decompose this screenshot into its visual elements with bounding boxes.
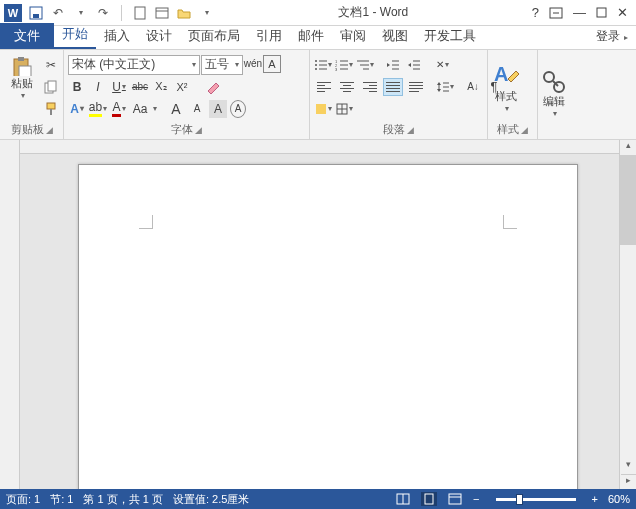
multilevel-list-icon[interactable]: ▾ [356,56,374,74]
print-layout-icon[interactable] [421,492,437,506]
paragraph-label: 段落 [383,122,405,137]
bullets-icon[interactable]: ▾ [314,56,332,74]
paste-button[interactable]: 粘贴 ▾ [4,56,40,100]
minimize-icon[interactable]: — [573,5,586,20]
web-layout-icon[interactable] [447,492,463,506]
sort-icon[interactable]: A↓ [464,78,482,96]
borders-icon[interactable]: ▾ [335,100,353,118]
ribbon-display-icon[interactable] [549,7,563,19]
numbering-icon[interactable]: 123▾ [335,56,353,74]
zoom-slider[interactable] [496,498,576,501]
vertical-ruler[interactable] [0,140,20,489]
strikethrough-button[interactable]: abc [131,78,149,96]
maximize-icon[interactable] [596,7,607,18]
text-effects-icon[interactable]: A▾ [68,100,86,118]
asian-layout-icon[interactable]: ✕▾ [433,56,451,74]
undo-dropdown-icon[interactable]: ▾ [73,5,89,21]
svg-rect-13 [47,103,55,109]
align-distributed-button[interactable] [406,78,426,96]
underline-button[interactable]: U▾ [110,78,128,96]
font-launcher-icon[interactable]: ◢ [195,125,202,135]
subscript-button[interactable]: X₂ [152,78,170,96]
qat-customize-icon[interactable]: ▾ [199,5,215,21]
styles-button[interactable]: A 样式 ▾ [492,61,520,113]
character-border-icon[interactable]: A [263,55,281,73]
new-doc-icon[interactable] [132,5,148,21]
tab-home[interactable]: 开始 [54,21,96,49]
character-shading-icon[interactable]: A [209,100,227,118]
undo-icon[interactable]: ↶ [50,5,66,21]
font-size-select[interactable]: 五号▾ [201,55,243,75]
align-left-button[interactable] [314,78,334,96]
scroll-up-icon[interactable]: ▴ [621,140,636,155]
align-center-button[interactable] [337,78,357,96]
status-section[interactable]: 节: 1 [50,492,73,507]
editing-button[interactable]: 编辑 ▾ [542,70,566,118]
scroll-down-icon[interactable]: ▾ [621,459,636,474]
tab-view[interactable]: 视图 [374,23,416,49]
help-icon[interactable]: ? [532,5,539,20]
zoom-out-button[interactable]: − [473,493,479,505]
horizontal-ruler[interactable] [20,140,636,154]
zoom-level[interactable]: 60% [608,493,630,505]
increase-indent-icon[interactable] [405,56,423,74]
change-case-icon[interactable]: Aa [131,100,149,118]
shrink-font-icon[interactable]: A [188,100,206,118]
status-pages[interactable]: 第 1 页，共 1 页 [83,492,162,507]
styles-label: 样式 [497,122,519,137]
align-right-button[interactable] [360,78,380,96]
grow-font-icon[interactable]: A [167,100,185,118]
svg-point-19 [315,68,317,70]
scroll-right-icon[interactable]: ▸ [621,474,636,489]
copy-icon[interactable] [42,78,60,96]
svg-text:3: 3 [335,67,338,71]
font-color-icon[interactable]: A▾ [110,100,128,118]
group-editing: 编辑 ▾ [538,50,586,139]
new-window-icon[interactable] [154,5,170,21]
bold-button[interactable]: B [68,78,86,96]
superscript-button[interactable]: X² [173,78,191,96]
phonetic-guide-icon[interactable]: wén [244,55,262,73]
zoom-in-button[interactable]: + [592,493,598,505]
save-icon[interactable] [28,5,44,21]
line-spacing-icon[interactable]: ▾ [436,78,454,96]
tab-file[interactable]: 文件 [0,23,54,49]
cut-icon[interactable]: ✂ [42,56,60,74]
enclose-characters-icon[interactable]: A [230,100,246,118]
tab-design[interactable]: 设计 [138,23,180,49]
redo-icon[interactable]: ↷ [95,5,111,21]
status-position[interactable]: 设置值: 2.5厘米 [173,492,249,507]
format-painter-icon[interactable] [42,100,60,118]
tab-review[interactable]: 审阅 [332,23,374,49]
read-mode-icon[interactable] [395,492,411,506]
close-icon[interactable]: ✕ [617,5,628,20]
tab-layout[interactable]: 页面布局 [180,23,248,49]
highlight-icon[interactable]: ab▾ [89,100,107,118]
font-name-select[interactable]: 宋体 (中文正文)▾ [68,55,200,75]
scroll-track[interactable] [620,155,636,459]
zoom-slider-thumb[interactable] [516,494,523,505]
clipboard-label: 剪贴板 [11,122,44,137]
login-link[interactable]: 登录 ▸ [588,24,636,49]
tab-mailings[interactable]: 邮件 [290,23,332,49]
shading-icon[interactable]: ▾ [314,100,332,118]
styles-launcher-icon[interactable]: ◢ [521,125,528,135]
italic-button[interactable]: I [89,78,107,96]
tab-developer[interactable]: 开发工具 [416,23,484,49]
tab-insert[interactable]: 插入 [96,23,138,49]
document-page[interactable] [78,164,578,489]
svg-point-47 [554,82,564,92]
clear-formatting-icon[interactable] [205,78,223,96]
paragraph-launcher-icon[interactable]: ◢ [407,125,414,135]
scroll-thumb[interactable] [620,155,636,245]
open-folder-icon[interactable] [176,5,192,21]
svg-rect-3 [156,8,168,18]
vertical-scrollbar[interactable]: ▴ ▾ ▸ [619,140,636,489]
align-justify-button[interactable] [383,78,403,96]
status-page[interactable]: 页面: 1 [6,492,40,507]
document-area [0,140,636,489]
tab-references[interactable]: 引用 [248,23,290,49]
clipboard-launcher-icon[interactable]: ◢ [46,125,53,135]
svg-point-17 [315,64,317,66]
decrease-indent-icon[interactable] [384,56,402,74]
